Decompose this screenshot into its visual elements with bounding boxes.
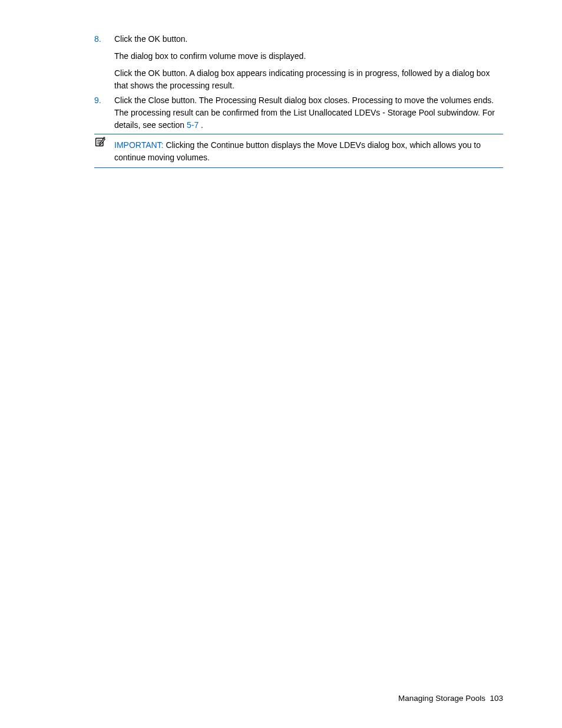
step-body: Click the Close button. The Processing R… <box>114 94 503 131</box>
step-text: Click the OK button. <box>114 33 503 45</box>
text-segment: . <box>199 120 203 130</box>
page-footer: Managing Storage Pools 103 <box>398 693 503 704</box>
section-link[interactable]: 5-7 <box>187 120 199 130</box>
footer-title: Managing Storage Pools <box>398 694 485 703</box>
step-body: Click the OK button. The dialog box to c… <box>114 33 503 92</box>
step-8: 8. Click the OK button. The dialog box t… <box>94 33 503 92</box>
note-icon <box>94 137 114 151</box>
important-label: IMPORTANT: <box>114 140 164 150</box>
step-text: Click the OK button. A dialog box appear… <box>114 67 503 92</box>
step-text: Click the Close button. The Processing R… <box>114 94 503 131</box>
page-content: 8. Click the OK button. The dialog box t… <box>0 0 562 168</box>
important-message: Clicking the Continue button displays th… <box>114 140 481 162</box>
important-note: IMPORTANT: Clicking the Continue button … <box>94 134 503 168</box>
step-number: 9. <box>94 94 114 131</box>
step-number: 8. <box>94 33 114 92</box>
step-text: The dialog box to confirm volume move is… <box>114 50 503 62</box>
text-segment: Click the Close button. The Processing R… <box>114 95 495 130</box>
step-9: 9. Click the Close button. The Processin… <box>94 94 503 131</box>
page-number: 103 <box>490 694 503 703</box>
important-content: IMPORTANT: Clicking the Continue button … <box>114 137 503 164</box>
